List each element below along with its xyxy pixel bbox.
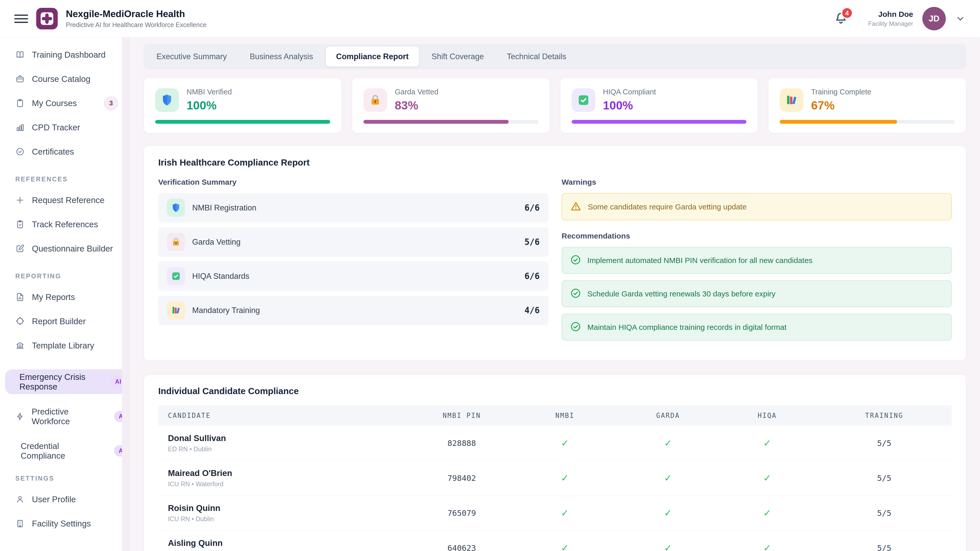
candidate-table-panel: Individual Candidate Compliance CANDIDAT…: [144, 375, 966, 551]
tab-executive-summary[interactable]: Executive Summary: [146, 47, 237, 67]
sidebar-item-label: Facility Settings: [32, 519, 91, 529]
avatar[interactable]: JD: [922, 7, 946, 30]
column-header-nmbi: NMBI: [511, 405, 619, 426]
sidebar-item-report-builder[interactable]: Report Builder: [0, 309, 130, 333]
sidebar-item-training-dashboard[interactable]: Training Dashboard: [0, 43, 130, 67]
sidebar-item-label: User Profile: [32, 495, 76, 504]
verification-summary-label: Verification Summary: [158, 178, 549, 186]
puzzle-icon: [15, 317, 25, 326]
check-square-icon: [572, 88, 595, 112]
training-cell: 5/5: [817, 461, 952, 495]
stat-value: 100%: [186, 98, 232, 112]
clipboard-check-icon: [15, 220, 25, 229]
check-circle-icon: [570, 321, 581, 333]
sidebar-item-request-reference[interactable]: Request Reference: [0, 188, 130, 212]
nmbi-check-cell: ✓: [511, 495, 619, 530]
training-cell: 5/5: [817, 495, 952, 530]
tab-compliance-report[interactable]: Compliance Report: [326, 47, 419, 67]
candidate-detail: ED RN • Dublin: [168, 445, 412, 453]
garda-check-cell: ✓: [618, 426, 718, 461]
training-cell: 5/5: [817, 426, 952, 461]
verification-item-nmbi-registration: NMBI Registration6/6: [158, 193, 549, 222]
tab-bar: Executive SummaryBusiness AnalysisCompli…: [144, 44, 966, 69]
sidebar-item-certificates[interactable]: Certificates: [0, 140, 130, 164]
warning-triangle-icon: [570, 200, 582, 213]
stat-label: NMBI Verified: [186, 88, 232, 96]
books-icon: [780, 88, 803, 112]
tab-business-analysis[interactable]: Business Analysis: [240, 47, 323, 67]
table-row[interactable]: Mairead O'BrienICU RN • Waterford798402✓…: [158, 461, 952, 495]
sidebar-item-my-courses[interactable]: My Courses3: [0, 91, 130, 115]
sidebar-scrollbar[interactable]: [122, 38, 130, 551]
book-open-icon: [15, 50, 25, 59]
table-row[interactable]: Aisling QuinnMed-Surg RN • Meath640623✓✓…: [158, 530, 952, 551]
header-divider: [859, 9, 859, 28]
candidate-name: Roisin Quinn: [168, 503, 412, 513]
warning-text: Some candidates require Garda vetting up…: [588, 203, 747, 211]
sidebar-item-label: My Reports: [32, 292, 75, 302]
recommendation-item: Schedule Garda vetting renewals 30 days …: [562, 280, 952, 307]
sidebar-item-cpd-tracker[interactable]: CPD Tracker: [0, 115, 130, 140]
bar-chart-icon: [15, 123, 25, 132]
nmbi-pin-cell: 828888: [412, 426, 511, 461]
sidebar-item-label: Report Builder: [32, 317, 86, 326]
table-title: Individual Candidate Compliance: [158, 386, 952, 396]
sidebar-item-label: Request Reference: [32, 195, 104, 205]
candidate-cell: Mairead O'BrienICU RN • Waterford: [158, 461, 412, 495]
sidebar-item-label: Training Dashboard: [32, 50, 106, 60]
app-subtitle: Predictive AI for Healthcare Workforce E…: [66, 21, 207, 29]
progress-bar: [155, 120, 330, 124]
sidebar-item-label: CPD Tracker: [32, 123, 80, 132]
hiqa-check-cell: ✓: [718, 426, 817, 461]
chevron-down-icon[interactable]: [955, 13, 966, 24]
briefcase-icon: [15, 74, 25, 84]
stat-card-training-complete: Training Complete67%: [768, 78, 966, 133]
recommendations-label: Recommendations: [562, 232, 952, 240]
user-icon: [15, 495, 25, 504]
verification-label: Mandatory Training: [192, 306, 260, 315]
progress-fill: [363, 120, 509, 124]
stat-meta: NMBI Verified100%: [186, 88, 232, 112]
check-square-icon: [167, 267, 185, 285]
tab-technical-details[interactable]: Technical Details: [496, 47, 576, 67]
hiqa-check-cell: ✓: [718, 495, 817, 530]
sidebar-item-my-reports[interactable]: My Reports: [0, 285, 130, 309]
progress-fill: [780, 120, 897, 124]
sidebar-item-label: Predictive Workforce: [32, 407, 103, 426]
sidebar-item-credential-compliance[interactable]: Credential ComplianceAI: [0, 439, 130, 463]
sidebar-item-questionnaire-builder[interactable]: Questionnaire Builder: [0, 237, 130, 261]
column-header-training: TRAINING: [817, 405, 952, 426]
bank-icon: [15, 341, 25, 350]
sidebar-item-emergency-crisis-response[interactable]: Emergency Crisis ResponseAI: [5, 369, 127, 394]
verification-item-garda-vetting: Garda Vetting5/6: [158, 227, 549, 257]
garda-check-cell: ✓: [618, 495, 718, 530]
notifications-button[interactable]: 4: [832, 10, 850, 27]
books-icon: [167, 301, 185, 319]
sidebar-item-user-profile[interactable]: User Profile: [0, 487, 130, 511]
sidebar-item-template-library[interactable]: Template Library: [0, 333, 130, 358]
verification-value: 6/6: [525, 203, 540, 213]
nmbi-check-cell: ✓: [511, 530, 619, 551]
table-row[interactable]: Donal SullivanED RN • Dublin828888✓✓✓5/5: [158, 426, 952, 461]
notification-count-badge: 4: [841, 7, 853, 19]
sidebar-item-track-references[interactable]: Track References: [0, 212, 130, 237]
nmbi-check-cell: ✓: [511, 461, 619, 495]
sidebar-item-course-catalog[interactable]: Course Catalog: [0, 67, 130, 91]
sidebar-item-predictive-workforce[interactable]: Predictive WorkforceAI: [0, 404, 130, 429]
verification-value: 4/6: [525, 305, 540, 315]
sidebar-item-label: Track References: [32, 220, 98, 229]
candidate-name: Mairead O'Brien: [168, 468, 412, 478]
stat-label: HIQA Compliant: [603, 88, 656, 96]
user-role: Facility Manager: [868, 20, 913, 27]
sidebar-section-label: SETTINGS: [15, 475, 130, 482]
shield-icon: [155, 88, 179, 112]
table-row[interactable]: Roisin QuinnICU RN • Dublin765079✓✓✓5/5: [158, 495, 952, 530]
lock-icon: [167, 233, 185, 251]
verification-label: HIQA Standards: [192, 272, 249, 281]
sidebar-item-facility-settings[interactable]: Facility Settings: [0, 511, 130, 536]
sidebar-section-label: REPORTING: [15, 272, 130, 280]
sidebar-item-label: Emergency Crisis Response: [19, 372, 106, 392]
tab-shift-coverage[interactable]: Shift Coverage: [422, 47, 494, 67]
hamburger-menu-icon[interactable]: [14, 14, 28, 23]
stat-card-nmbi-verified: NMBI Verified100%: [144, 78, 342, 133]
